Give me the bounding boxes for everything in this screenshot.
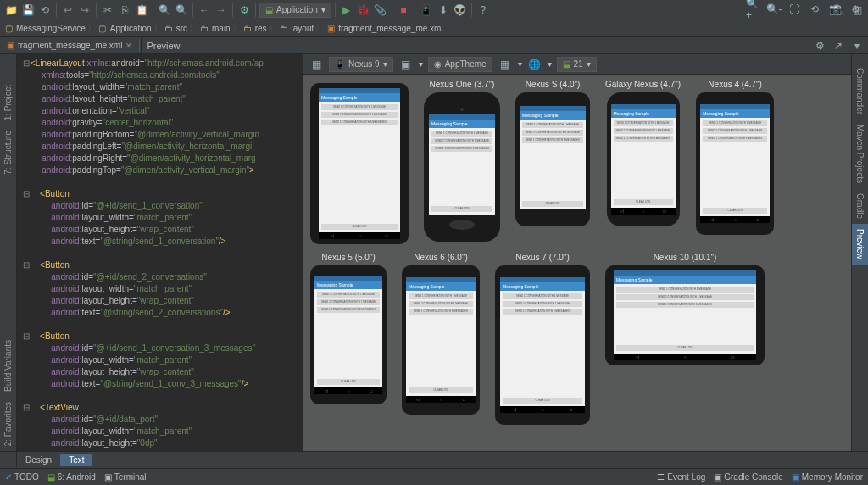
structure-tool-button[interactable]: 7: Structure (0, 125, 16, 180)
event-log-button[interactable]: ☰Event Log (657, 472, 705, 482)
main-toolbar: 📁 💾 ⟲ ↩ ↪ ✂ ⎘ 📋 🔍 🔍 ← → ⚙ ⬓ Application … (0, 0, 868, 20)
app-body: SEND 1 CONVERSATION WITH 1 MESSAGE SEND … (314, 289, 382, 387)
dropdown-icon[interactable]: ▾ (518, 59, 522, 69)
undo-icon[interactable]: ↩ (60, 3, 75, 18)
project-tool-button[interactable]: 1: Project (0, 80, 16, 125)
zoom-fit-icon[interactable]: ⛶ (787, 2, 802, 17)
preview-device-galaxy-nexus[interactable]: Galaxy Nexus (4.7") Messaging Sample SEN… (605, 80, 681, 244)
dropdown-icon[interactable]: ▾ (548, 59, 552, 69)
commander-tool-button[interactable]: Commander (852, 63, 868, 120)
android-tool-button[interactable]: ⬓6: Android (47, 472, 96, 482)
sdk-icon[interactable]: ⬇ (436, 3, 451, 18)
toolbar-separator (232, 3, 233, 17)
main-area: 1: Project 7: Structure Build Variants 2… (0, 54, 868, 451)
save-icon[interactable]: 💾 (20, 3, 36, 18)
api-selector[interactable]: ⬓21▾ (557, 57, 597, 72)
text-tab[interactable]: Text (60, 454, 92, 466)
dropdown-icon[interactable]: ▾ (419, 59, 423, 69)
app-body: SEND 1 CONVERSATION WITH 1 MESSAGE SEND … (700, 118, 770, 216)
close-tab-icon[interactable]: ✕ (125, 42, 132, 50)
run-config-label: Application (276, 5, 318, 14)
breadcrumb-separator: 〉 (269, 23, 277, 35)
breadcrumb-item[interactable]: 🗀main (199, 24, 231, 34)
device-label: Nexus 7 (7.0") (515, 253, 570, 262)
replace-icon[interactable]: 🔍 (174, 3, 189, 18)
gradle-console-button[interactable]: ▣Gradle Console (714, 472, 782, 482)
paste-icon[interactable]: 📋 (134, 3, 149, 18)
breadcrumb-item[interactable]: 🗀layout (279, 24, 314, 34)
settings-icon[interactable]: ⚙ (812, 38, 827, 53)
breadcrumb-separator: 〉 (232, 23, 241, 35)
todo-tool-button[interactable]: ✔TODO (5, 472, 39, 482)
dock-icon[interactable]: ↗ (831, 38, 846, 53)
help-icon[interactable]: ? (476, 3, 491, 18)
breadcrumb-label: MessagingService (16, 24, 86, 33)
breadcrumb-item[interactable]: ▢MessagingService (3, 24, 86, 34)
design-tab[interactable]: Design (17, 454, 60, 466)
back-icon[interactable]: ← (197, 3, 212, 18)
breadcrumb-label: fragment_message_me.xml (338, 24, 442, 33)
zoom-out-icon[interactable]: 🔍- (766, 2, 782, 17)
preview-tool-button[interactable]: Preview (852, 224, 868, 265)
theme-selector[interactable]: ◉AppTheme (428, 57, 492, 72)
preview-textview (503, 316, 582, 396)
gradle-tool-button[interactable]: Gradle (852, 188, 868, 224)
breadcrumb-item[interactable]: 🗀res (242, 24, 267, 34)
preview-button: SEND 1 CONVERSATION WITH 1 MESSAGE (703, 120, 767, 126)
build-variants-tool-button[interactable]: Build Variants (0, 335, 16, 397)
stop-button[interactable]: ■ (396, 3, 411, 18)
preview-all-icon[interactable]: ▦ (498, 57, 513, 72)
toolbar-separator (471, 3, 472, 17)
app-body: SEND 1 CONVERSATION WITH 1 MESSAGE SEND … (614, 284, 756, 354)
terminal-tool-button[interactable]: ▣Terminal (104, 472, 147, 482)
refresh-icon[interactable]: ⟲ (807, 2, 822, 17)
file-tab[interactable]: ▣fragment_message_me.xml✕ (0, 39, 140, 52)
find-icon[interactable]: 🔍 (157, 3, 172, 18)
preview-device-nexus-7[interactable]: Nexus 7 (7.0") Messaging Sample SEND 1 C… (495, 253, 590, 425)
redo-icon[interactable]: ↪ (77, 3, 92, 18)
preview-device-nexus-one[interactable]: Nexus One (3.7") Messaging Sample SEND 1… (424, 80, 500, 244)
action-bar: Messaging Sample (700, 109, 770, 118)
copy-icon[interactable]: ⎘ (117, 3, 132, 18)
preview-device-nexus-10[interactable]: Nexus 10 (10.1") Messaging Sample SEND 1… (605, 253, 765, 425)
debug-button[interactable]: 🐞 (356, 3, 371, 18)
toggle-layout-icon[interactable]: ▦ (309, 57, 324, 72)
avd-icon[interactable]: 📱 (419, 3, 434, 18)
make-icon[interactable]: ⚙ (236, 3, 252, 18)
preview-button: CLEAR LOG (317, 379, 380, 385)
memory-monitor-button[interactable]: ▣Memory Monitor (792, 472, 863, 482)
maven-tool-button[interactable]: Maven Projects (852, 120, 868, 188)
run-config-selector[interactable]: ⬓ Application ▾ (259, 3, 331, 18)
device-selector[interactable]: 📱Nexus 9▾ (329, 57, 393, 72)
breadcrumb-label: res (255, 24, 267, 33)
camera-icon[interactable]: 📷 (827, 2, 843, 17)
preview-tab-label: Preview (147, 41, 180, 51)
chevron-down-icon[interactable]: ▾ (849, 38, 865, 53)
open-file-icon[interactable]: 📁 (3, 3, 19, 18)
preview-device-nexus-5[interactable]: Nexus 5 (5.0") Messaging Sample SEND 1 C… (310, 253, 387, 425)
preview-device-tablet[interactable]: Messaging Sample SEND 1 CONVERSATION WIT… (310, 80, 409, 244)
preview-device-nexus-4[interactable]: Nexus 4 (4.7") Messaging Sample SEND 1 C… (696, 80, 774, 244)
code-editor[interactable]: ⊟<LinearLayout xmlns:android="http://sch… (17, 54, 303, 451)
breadcrumb-item[interactable]: ▢Application (97, 24, 152, 34)
ddms-icon[interactable]: 👽 (453, 3, 468, 18)
orientation-icon[interactable]: ▣ (398, 57, 414, 72)
breadcrumb-item[interactable]: 🗀src (164, 24, 187, 34)
folder-icon: 🗀 (242, 24, 253, 34)
preview-canvas[interactable]: Messaging Sample SEND 1 CONVERSATION WIT… (303, 75, 851, 451)
preview-device-nexus-s[interactable]: Nexus S (4.0") Messaging Sample SEND 1 C… (515, 80, 590, 244)
breadcrumb-item[interactable]: ▣fragment_message_me.xml (326, 24, 442, 34)
refresh-icon[interactable]: ⟲ (37, 3, 53, 18)
app-body: SEND 1 CONVERSATION WITH 1 MESSAGE SEND … (319, 102, 400, 232)
cut-icon[interactable]: ✂ (100, 3, 115, 18)
locale-icon[interactable]: 🌐 (527, 57, 542, 72)
forward-icon[interactable]: → (214, 3, 229, 18)
favorites-tool-button[interactable]: 2: Favorites (0, 397, 16, 451)
preview-button: CLEAR LOG (321, 224, 398, 230)
preview-button: SEND 1 CONVERSATION WITH 3 MESSAGES (614, 136, 673, 142)
attach-icon[interactable]: 📎 (373, 3, 388, 18)
zoom-in-icon[interactable]: 🔍+ (746, 2, 761, 17)
preview-device-nexus-6[interactable]: Nexus 6 (6.0") Messaging Sample SEND 1 C… (402, 253, 480, 425)
run-button[interactable]: ▶ (339, 3, 354, 18)
settings-icon[interactable]: ⚙ (848, 2, 863, 17)
